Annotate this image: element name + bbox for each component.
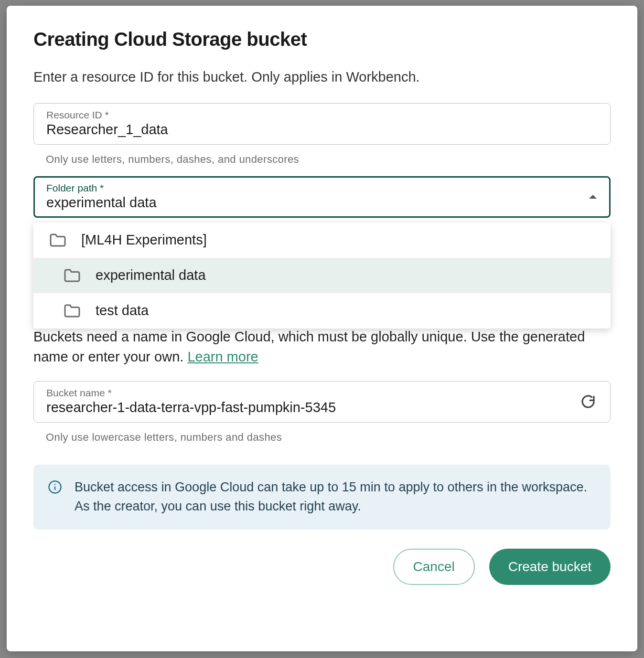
folder-path-select[interactable]: Folder path * experimental data — [33, 176, 611, 218]
create-bucket-button[interactable]: Create bucket — [489, 549, 611, 585]
info-icon — [48, 480, 62, 494]
refresh-icon[interactable] — [580, 394, 596, 409]
resource-id-input[interactable] — [46, 122, 598, 138]
modal-title: Creating Cloud Storage bucket — [33, 29, 611, 50]
folder-option[interactable]: test data — [33, 293, 611, 329]
folder-option[interactable]: [ML4H Experiments] — [33, 223, 611, 258]
folder-path-label: Folder path * — [46, 182, 598, 194]
bucket-name-description: Buckets need a name in Google Cloud, whi… — [33, 327, 611, 367]
modal-button-row: Cancel Create bucket — [33, 549, 611, 585]
cancel-button[interactable]: Cancel — [393, 549, 475, 585]
bucket-name-input[interactable] — [46, 400, 569, 415]
folder-path-value: experimental data — [46, 195, 598, 211]
folder-path-dropdown: [ML4H Experiments]experimental datatest … — [33, 223, 611, 329]
learn-more-link[interactable]: Learn more — [187, 349, 258, 364]
chevron-up-icon — [589, 195, 597, 199]
bucket-name-helper: Only use lowercase letters, numbers and … — [46, 431, 611, 444]
folder-option[interactable]: experimental data — [33, 258, 611, 293]
bucket-name-label: Bucket name * — [46, 387, 598, 399]
svg-point-2 — [54, 484, 56, 485]
folder-option-label: [ML4H Experiments] — [81, 232, 207, 248]
resource-id-field[interactable]: Resource ID * — [33, 103, 611, 145]
bucket-name-field[interactable]: Bucket name * — [33, 381, 611, 423]
resource-id-label: Resource ID * — [46, 109, 598, 121]
modal-subtitle: Enter a resource ID for this bucket. Onl… — [33, 67, 611, 87]
create-bucket-modal: Creating Cloud Storage bucket Enter a re… — [7, 6, 637, 651]
folder-option-label: experimental data — [96, 267, 206, 283]
bucket-desc-text: Buckets need a name in Google Cloud, whi… — [33, 329, 585, 364]
info-banner: Bucket access in Google Cloud can take u… — [33, 465, 611, 530]
info-banner-text: Bucket access in Google Cloud can take u… — [75, 478, 596, 516]
resource-id-helper: Only use letters, numbers, dashes, and u… — [46, 153, 611, 166]
folder-option-label: test data — [96, 303, 149, 318]
